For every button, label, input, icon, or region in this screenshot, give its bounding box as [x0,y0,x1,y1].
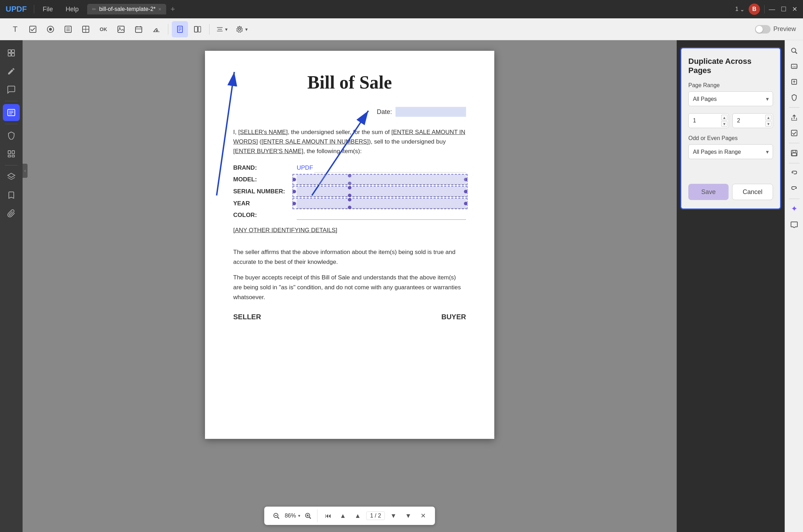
zoom-in-btn[interactable] [302,509,314,522]
table-tool-btn[interactable] [78,21,94,37]
color-input[interactable] [297,211,466,220]
right-search-btn[interactable] [787,44,801,58]
first-page-btn[interactable]: ⏮ [322,509,334,522]
save-button[interactable]: Save [688,184,729,200]
range-from-up[interactable]: ▲ [721,115,727,120]
prev-page-btn-2[interactable]: ▲ [351,509,364,522]
align-btn[interactable]: ▾ [213,21,231,37]
sidebar-btn-protect[interactable] [3,127,20,144]
sidebar-divider-1 [5,101,18,101]
next-page-btn[interactable]: ▼ [387,509,400,522]
multi-page-view-btn[interactable] [189,21,206,37]
cancel-button[interactable]: Cancel [732,184,773,200]
close-button[interactable]: ✕ [792,5,797,13]
main-area: ‹ Bill of Sale Date: I, [SELLER's NAME],… [0,40,803,532]
range-from-spinners: ▲ ▼ [721,113,727,128]
range-to-up[interactable]: ▲ [765,115,772,120]
sidebar-btn-bookmark[interactable] [3,187,20,204]
sidebar-btn-organize[interactable] [3,145,20,162]
single-page-view-btn[interactable] [172,21,188,37]
sidebar-btn-comment[interactable] [3,81,20,98]
last-page-btn[interactable]: ▼ [402,509,415,522]
titlebar-divider-1 [34,5,34,13]
svg-marker-39 [8,173,15,177]
seller-name: [SELLER's NAME] [238,129,288,135]
sidebar-btn-edit[interactable] [3,63,20,80]
pdf-page: Bill of Sale Date: I, [SELLER's NAME], t… [205,51,494,439]
list-tool-btn[interactable] [60,21,76,37]
tab-close-btn[interactable]: × [158,6,161,12]
odd-even-select-wrapper: All Pages in Range Odd Pages Only Even P… [688,144,773,159]
sidebar-divider-2 [5,124,18,124]
date-tool-btn[interactable] [131,21,147,37]
panel-actions: Save Cancel [688,184,773,200]
sidebar-collapse-btn[interactable]: ‹ [23,164,28,178]
right-ai-btn[interactable]: ✦ [787,202,801,216]
preview-label: Preview [773,25,796,33]
right-redo-btn[interactable] [787,182,801,196]
page-range-select[interactable]: All Pages Custom Range Odd Pages Even Pa… [688,91,773,106]
right-save-btn[interactable] [787,146,801,160]
menu-file[interactable]: File [38,4,57,14]
right-undo-btn[interactable] [787,166,801,180]
svg-rect-36 [12,151,14,154]
sidebar-btn-view[interactable] [3,44,20,61]
year-input[interactable] [297,199,466,208]
serial-input[interactable] [297,187,466,197]
toolbar-sep-1 [168,24,168,35]
minimize-button[interactable]: — [769,5,775,13]
user-avatar[interactable]: B [749,4,760,15]
sign-tool-btn[interactable] [148,21,164,37]
preview-toggle-thumb [756,26,763,33]
right-ocr-btn[interactable]: OCR [787,59,801,73]
tab-area: ✏ bill-of-sale-template-2* × + [87,4,731,14]
active-tab[interactable]: ✏ bill-of-sale-template-2* × [87,4,166,14]
zoom-dropdown-arrow[interactable]: ▾ [298,513,300,518]
settings-btn[interactable]: ▾ [233,21,251,37]
other-details[interactable]: [ANY OTHER IDENTIFYING DETAILS] [233,227,466,234]
bottom-nav: 86% ▾ ⏮ ▲ ▲ 1 / 2 ▼ ▼ ✕ [264,507,435,525]
sidebar-btn-layers[interactable] [3,168,20,185]
sidebar-btn-form[interactable] [3,104,20,121]
svg-line-50 [309,517,311,519]
range-from-wrapper: ▲ ▼ [688,113,729,128]
range-to-down[interactable]: ▼ [765,121,772,127]
right-chat-btn[interactable] [787,217,801,231]
right-export-btn[interactable] [787,75,801,89]
right-protect-btn[interactable] [787,90,801,104]
maximize-button[interactable]: ☐ [781,5,786,13]
new-tab-button[interactable]: + [168,5,178,14]
serial-label: SERIAL NUMBER: [233,188,297,195]
svg-rect-12 [135,27,142,32]
range-from-down[interactable]: ▼ [721,121,727,127]
right-verify-btn[interactable] [787,126,801,140]
svg-point-51 [791,48,796,53]
close-nav-btn[interactable]: ✕ [417,509,429,522]
zoom-out-btn[interactable] [270,509,283,522]
model-field-row: MODEL: [233,175,466,185]
text-tool-btn[interactable]: T [7,21,23,37]
menu-help[interactable]: Help [61,4,83,14]
pdf-fields-section: BRAND: UPDF MODEL: [233,163,466,220]
right-share-btn[interactable] [787,110,801,125]
prev-page-btn[interactable]: ▲ [337,509,349,522]
image-tool-btn[interactable] [113,21,129,37]
checkbox-tool-btn[interactable] [25,21,41,37]
svg-rect-21 [194,26,198,32]
ok-tool-btn[interactable]: OK [95,21,111,37]
model-input[interactable] [297,175,466,185]
toolbar: T OK ▾ ▾ Preview [0,18,803,40]
date-input-field[interactable] [396,107,466,117]
brand-field-row: BRAND: UPDF [233,163,466,173]
date-row: Date: [233,107,466,117]
brand-label: BRAND: [233,164,297,171]
odd-even-select[interactable]: All Pages in Range Odd Pages Only Even P… [688,144,773,159]
range-inputs: ▲ ▼ ▲ ▼ [688,113,773,128]
right-sidebar-divider-2 [789,143,799,143]
sidebar-btn-attach[interactable] [3,205,20,222]
radio-tool-btn[interactable] [42,21,59,37]
brand-value[interactable]: UPDF [297,164,313,171]
preview-toggle-track[interactable] [755,25,771,34]
right-sidebar-divider-1 [789,107,799,108]
color-field-row: COLOR: [233,211,466,220]
